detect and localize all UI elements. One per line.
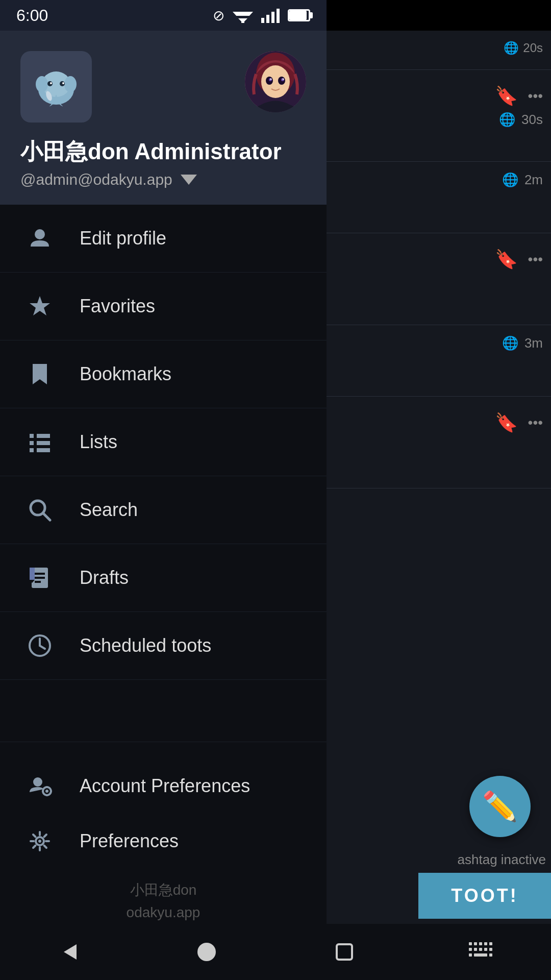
app-domain: odakyu.app [24, 901, 302, 924]
svg-rect-5 [266, 15, 269, 23]
svg-rect-75 [469, 953, 472, 957]
elephant-icon [31, 61, 82, 112]
search-icon [24, 495, 55, 525]
svg-rect-71 [474, 948, 477, 951]
svg-point-25 [283, 79, 284, 80]
svg-rect-32 [37, 441, 50, 445]
svg-rect-67 [479, 942, 482, 945]
drafts-icon [24, 562, 55, 593]
favorites-label: Favorites [80, 296, 155, 317]
svg-rect-4 [261, 18, 264, 23]
menu-item-favorites[interactable]: Favorites [0, 273, 327, 340]
navigation-bar [0, 924, 551, 980]
svg-point-19 [261, 65, 290, 98]
keyboard-button[interactable] [457, 926, 508, 977]
bookmark-icon [24, 359, 55, 389]
svg-point-53 [38, 840, 41, 843]
svg-line-35 [43, 513, 50, 520]
bookmark-icon[interactable]: 🔖 [495, 412, 518, 433]
svg-rect-76 [474, 953, 487, 957]
svg-line-44 [40, 646, 45, 649]
menu-item-bookmarks[interactable]: Bookmarks [0, 340, 327, 408]
menu-section: Edit profile Favorites Bookmarks [0, 205, 327, 742]
svg-line-59 [44, 845, 47, 848]
keyboard-icon [467, 939, 497, 965]
app-logo [20, 51, 92, 122]
person-icon [24, 223, 55, 254]
recents-button[interactable] [319, 926, 370, 977]
at-icon: ⊘ [213, 7, 224, 24]
globe-icon: 🌐 [504, 41, 519, 55]
svg-rect-65 [469, 942, 472, 945]
svg-marker-27 [30, 296, 50, 315]
app-name: 小田急don [24, 879, 302, 902]
svg-line-60 [44, 835, 47, 837]
preferences-label: Preferences [80, 830, 179, 852]
drafts-label: Drafts [80, 567, 129, 589]
feed-item: 🔖 ••• [327, 233, 551, 325]
menu-item-edit-profile[interactable]: Edit profile [0, 205, 327, 273]
svg-rect-38 [35, 577, 45, 579]
svg-point-15 [62, 82, 64, 84]
home-button[interactable] [181, 926, 232, 977]
svg-rect-31 [37, 434, 50, 438]
more-options-icon[interactable]: ••• [528, 251, 543, 267]
svg-point-47 [45, 790, 48, 793]
more-options-icon[interactable]: ••• [528, 88, 543, 104]
svg-rect-70 [469, 948, 472, 951]
svg-rect-29 [30, 441, 34, 445]
bookmark-icon[interactable]: 🔖 [495, 249, 518, 270]
svg-point-26 [35, 229, 45, 239]
signal-icon [261, 8, 280, 23]
svg-point-24 [270, 79, 272, 80]
svg-rect-68 [484, 942, 487, 945]
lists-label: Lists [80, 431, 117, 453]
feed-item: 🔖 ••• [327, 397, 551, 488]
svg-point-10 [36, 76, 48, 92]
toot-button[interactable]: TOOT! [418, 873, 551, 919]
feed-time: 🌐 20s [504, 41, 543, 55]
account-switcher-arrow[interactable] [181, 175, 197, 185]
svg-point-14 [50, 82, 52, 84]
back-icon [56, 939, 82, 965]
bookmark-icon[interactable]: 🔖 [495, 85, 518, 107]
svg-rect-40 [30, 568, 35, 580]
time-display: 6:00 [16, 6, 48, 25]
svg-rect-39 [35, 581, 41, 583]
drawer-header: 小田急don Administrator @admin@odakyu.app [0, 31, 327, 205]
feed-item: 🌐 3m [327, 325, 551, 397]
menu-item-lists[interactable]: Lists [0, 408, 327, 476]
avatar-image [245, 51, 306, 112]
wifi-icon [233, 8, 253, 23]
menu-item-drafts[interactable]: Drafts [0, 544, 327, 612]
svg-rect-64 [337, 944, 352, 960]
globe-icon: 🌐 [499, 112, 515, 128]
account-name: 小田急don Administrator [20, 137, 306, 167]
back-button[interactable] [43, 926, 94, 977]
menu-item-preferences[interactable]: Preferences [24, 814, 302, 869]
feed-right-panel: 🌐 20s 🔖 ••• 🌐 30s 🌐 2m 🔖 ••• 🌐 3m [327, 31, 551, 980]
account-info: 小田急don Administrator @admin@odakyu.app [20, 137, 306, 188]
recents-icon [332, 939, 357, 965]
svg-point-45 [33, 777, 42, 787]
menu-item-search[interactable]: Search [0, 476, 327, 544]
svg-point-11 [64, 76, 77, 92]
menu-item-account-preferences[interactable]: Account Preferences [24, 758, 302, 814]
account-preferences-label: Account Preferences [80, 775, 250, 797]
feed-item: 🌐 20s [327, 31, 551, 70]
more-options-icon[interactable]: ••• [528, 414, 543, 431]
user-avatar[interactable] [245, 51, 306, 112]
clock-icon [24, 630, 55, 661]
svg-rect-33 [37, 448, 50, 452]
svg-rect-74 [489, 948, 492, 951]
svg-point-63 [197, 943, 216, 961]
menu-item-scheduled-toots[interactable]: Scheduled toots [0, 612, 327, 680]
edit-profile-label: Edit profile [80, 228, 166, 249]
battery-icon [288, 9, 310, 21]
bookmarks-label: Bookmarks [80, 363, 171, 385]
svg-marker-62 [64, 944, 77, 960]
svg-rect-77 [489, 953, 492, 957]
feed-item: 🔖 ••• 🌐 30s [327, 70, 551, 162]
svg-rect-72 [479, 948, 482, 951]
compose-fab[interactable]: ✏️ [469, 776, 531, 837]
